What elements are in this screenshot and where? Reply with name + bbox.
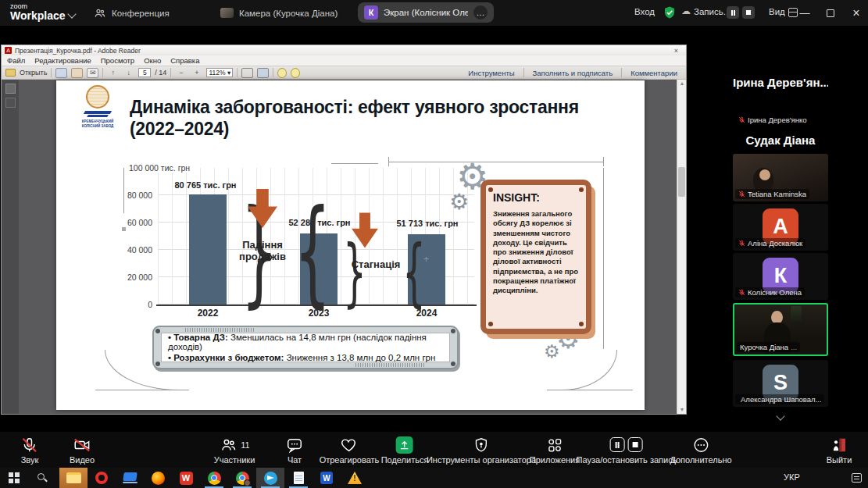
pause-stop-record-button[interactable]: Пауза/остановить запись xyxy=(577,436,677,465)
save-icon[interactable] xyxy=(55,68,67,78)
muted-mic-icon xyxy=(21,436,39,454)
dimension-line-vertical xyxy=(603,168,604,349)
zoom-workplace-logo: zoom Workplace xyxy=(10,2,66,20)
page-up-icon[interactable]: ↑ xyxy=(107,68,119,78)
apps-button[interactable]: Приложения xyxy=(530,436,580,465)
video-button[interactable]: Видео xyxy=(70,436,95,465)
menu-edit[interactable]: Редактирование xyxy=(34,56,91,65)
taskbar-wps[interactable]: W xyxy=(172,468,200,488)
sign-in-button[interactable]: Вход xyxy=(634,7,655,16)
participants-icon: 11 xyxy=(214,436,255,454)
minimize-window-button[interactable]: — xyxy=(793,0,816,26)
page-number-input[interactable]: 5 xyxy=(138,68,151,77)
thumbnails-panel-icon[interactable] xyxy=(5,84,16,94)
participant-tile-alina[interactable]: A Аліна Доскалюк xyxy=(733,204,828,251)
attachments-panel-icon[interactable] xyxy=(5,98,16,108)
leave-button[interactable]: Выйти xyxy=(827,436,852,465)
annotation-sales-drop: Падіння продажів xyxy=(238,239,288,262)
corner-baseline-left xyxy=(95,390,189,390)
taskbar-opera[interactable] xyxy=(88,468,116,488)
mail-icon[interactable]: ✉ xyxy=(87,68,98,78)
close-window-button[interactable]: × xyxy=(845,0,868,26)
tab-meeting[interactable]: Конференция xyxy=(94,0,170,26)
comments-panel-button[interactable]: Комментарии xyxy=(626,69,682,77)
participants-button[interactable]: 11 Участники xyxy=(214,436,255,465)
annotation-stagnation: Стагнація xyxy=(350,258,402,270)
reader-title-bar[interactable]: A Презентація_Курочка.pdf - Adobe Reader… xyxy=(2,45,686,55)
search-icon[interactable] xyxy=(28,468,56,488)
taskbar-chrome[interactable] xyxy=(200,468,228,488)
security-shield-icon[interactable] xyxy=(663,5,677,20)
mouse-cursor-icon: + xyxy=(423,254,429,265)
pdf-page: КРЕМЕНЧУЦЬКИЙ КОЛІСНИЙ ЗАВОД Динаміка за… xyxy=(56,80,645,410)
taskbar-warning[interactable]: ! xyxy=(341,468,369,488)
record-stop-icon[interactable] xyxy=(742,6,755,19)
taskbar-chrome-profile[interactable] xyxy=(228,468,256,488)
muted-mic-icon xyxy=(738,191,745,198)
taskbar-file-explorer[interactable] xyxy=(59,468,88,488)
participant-display-name: Судак Діана xyxy=(733,134,828,147)
zoom-in-icon[interactable]: + xyxy=(191,68,202,78)
print-icon[interactable] xyxy=(71,68,83,78)
language-indicator[interactable]: УКР xyxy=(784,472,800,482)
tools-panel-button[interactable]: Инструменты xyxy=(463,69,519,77)
summary-text: • Товарна ДЗ: Зменшилась на 14,8 млн грн… xyxy=(161,333,450,362)
record-controls-icon xyxy=(577,436,677,454)
tab-screen-share-active[interactable]: К Экран (Колісник Олена) … xyxy=(358,2,494,23)
logo-chevron-down-icon[interactable] xyxy=(67,9,76,18)
y-tick-20000: 20 000 xyxy=(104,272,152,282)
dimension-line-short xyxy=(331,163,378,164)
reader-close-icon[interactable]: × xyxy=(674,47,683,55)
participant-tile-tetiana[interactable]: Tetiana Kaminska xyxy=(733,154,828,201)
taskbar-pc-app[interactable] xyxy=(116,468,144,488)
fill-sign-button[interactable]: Заполнить и подписать xyxy=(528,69,618,77)
chat-button[interactable]: Чат xyxy=(286,436,303,465)
participant-tile-kolisnyk[interactable]: К Колісник Олена xyxy=(733,253,828,300)
scroll-mode-icon[interactable] xyxy=(241,68,253,78)
open-button[interactable]: Открыть xyxy=(20,69,47,77)
more-button[interactable]: Дополнительно xyxy=(670,436,731,465)
taskbar-firefox[interactable] xyxy=(144,468,172,488)
participant-tile-kurochka-active[interactable]: Курочка Діана... xyxy=(733,303,828,356)
zoom-level-select[interactable]: 112% ▾ xyxy=(206,68,233,77)
view-button[interactable]: Вид xyxy=(769,7,785,16)
fit-page-icon[interactable] xyxy=(257,68,269,78)
bar-label-2024: 51 713 тис. грн xyxy=(384,219,470,228)
share-button[interactable]: Поделиться xyxy=(381,436,429,465)
tab-camera[interactable]: Камера (Курочка Діана) xyxy=(220,0,338,26)
menu-help[interactable]: Справка xyxy=(170,56,199,65)
brace-open-icon: { xyxy=(295,194,331,310)
menu-file[interactable]: Файл xyxy=(7,56,25,65)
taskbar-telegram[interactable] xyxy=(256,468,284,488)
comment-bubble-icon[interactable] xyxy=(277,68,287,78)
adobe-reader-icon: A xyxy=(5,47,12,54)
participant-plant-decor xyxy=(791,306,802,323)
summary-line-2: • Розрахунки з бюджетом: Зниження з 13,8… xyxy=(168,353,443,362)
reader-scrollbar-thumb[interactable] xyxy=(678,167,685,197)
corner-baseline-right xyxy=(547,390,633,390)
taskbar-word[interactable]: W xyxy=(313,468,341,488)
pause-record-icon[interactable] xyxy=(610,437,625,452)
zoom-top-bar: zoom Workplace Конференция Камера (Куроч… xyxy=(0,0,868,26)
reader-scrollbar[interactable]: ▲ ▼ xyxy=(677,80,686,414)
panel-scroll-down-icon[interactable] xyxy=(776,411,784,420)
react-button[interactable]: Отреагировать xyxy=(320,436,380,465)
notification-center-icon[interactable] xyxy=(845,468,867,488)
tab-screen-more-icon[interactable]: … xyxy=(473,5,488,20)
page-down-icon[interactable]: ↓ xyxy=(123,68,134,78)
dimension-tick xyxy=(603,157,604,166)
stop-record-icon[interactable] xyxy=(628,437,643,452)
participant-tile-shapoval[interactable]: S Александра Шаповал... xyxy=(733,360,828,407)
host-tools-button[interactable]: Инструменты организатора xyxy=(427,436,536,465)
audio-button[interactable]: Звук xyxy=(21,436,39,465)
highlight-icon[interactable] xyxy=(291,68,300,78)
taskbar-notepad[interactable] xyxy=(284,468,313,488)
start-button[interactable] xyxy=(0,468,28,488)
camera-thumbnail-icon xyxy=(220,8,234,18)
zoom-out-icon[interactable]: − xyxy=(175,68,187,78)
menu-window[interactable]: Окно xyxy=(144,56,161,65)
muted-mic-icon xyxy=(738,289,745,296)
record-pause-icon[interactable] xyxy=(727,6,739,19)
restore-window-button[interactable] xyxy=(819,0,842,26)
menu-view[interactable]: Просмотр xyxy=(101,56,134,65)
